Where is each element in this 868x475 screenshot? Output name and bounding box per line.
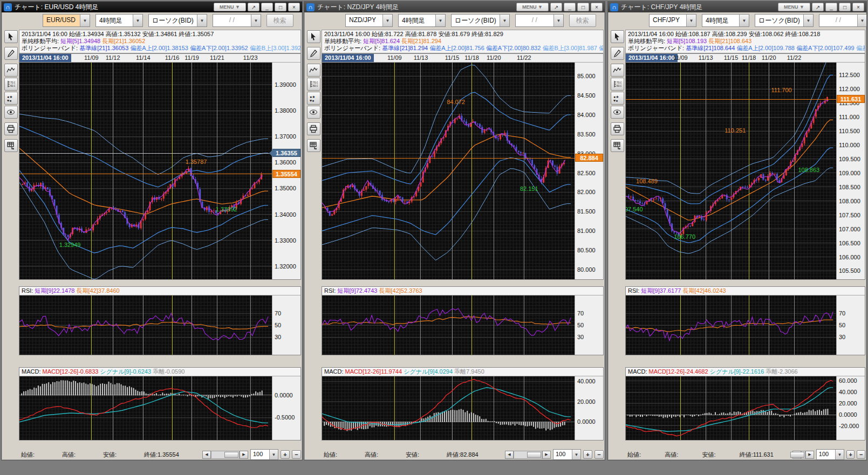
scroll-thumb[interactable] xyxy=(790,452,804,458)
menu-button[interactable]: MENU ▼ xyxy=(516,3,549,11)
price-plot[interactable]: 111.700110.251108.489108.863107.540106.7… xyxy=(626,63,836,279)
timeframe-select[interactable]: 4時間足 ▼ xyxy=(702,14,749,27)
horizontal-scrollbar[interactable]: ◀ ▶ xyxy=(202,451,248,459)
draw-tool-button[interactable] xyxy=(611,47,624,60)
window-body: 70.060.0 ●★♥● 2013/11/04 16:00 始値:81.722… xyxy=(304,29,605,460)
grid-save-icon[interactable] xyxy=(611,139,624,152)
minimize-button[interactable]: _ xyxy=(825,3,837,11)
price-type-select[interactable]: ローソク(BID) ▼ xyxy=(755,14,814,27)
scroll-track[interactable] xyxy=(211,451,240,459)
price-type-select[interactable]: ローソク(BID) ▼ xyxy=(451,14,510,27)
close-button[interactable]: × xyxy=(591,3,603,11)
timeframe-select[interactable]: 4時間足 ▼ xyxy=(398,14,446,27)
timeframe-select[interactable]: 4時間足 ▼ xyxy=(95,14,143,27)
tool-rail: 70.060.0 ●★♥● xyxy=(609,30,625,460)
scroll-thumb[interactable] xyxy=(527,452,541,458)
date-input[interactable]: / / ▼ xyxy=(819,14,867,27)
search-button[interactable]: 検索 xyxy=(266,14,293,27)
price-plot[interactable]: 1.357871.339921.32949 xyxy=(19,63,272,279)
maximize-button[interactable]: □ xyxy=(577,3,589,11)
pair-select[interactable]: CHF/JPY ▼ xyxy=(649,14,696,27)
date-input[interactable]: / / ▼ xyxy=(213,14,261,27)
draw-tool-button[interactable] xyxy=(307,47,320,60)
marks-tool-button[interactable]: ●★♥● xyxy=(4,92,18,105)
scale-tool-button[interactable]: 70.060.0 xyxy=(307,78,320,91)
titlebar[interactable]: ∩ チャート: NZD/JPY 4時間足 MENU ▼ ↗ _ □ × xyxy=(304,2,605,12)
eye-icon[interactable] xyxy=(307,106,320,119)
price-plot[interactable]: 84.07282.151 xyxy=(322,63,575,279)
scale-tool-button[interactable]: 70.060.0 xyxy=(4,78,18,91)
chevron-down-icon: ▼ xyxy=(269,450,278,459)
menu-button[interactable]: MENU ▼ xyxy=(778,3,810,11)
menu-button[interactable]: MENU ▼ xyxy=(214,3,246,11)
zoom-in-button[interactable]: + xyxy=(281,450,290,459)
scroll-left-button[interactable]: ◀ xyxy=(202,451,211,459)
marks-tool-button[interactable]: ●★♥● xyxy=(307,92,320,105)
bottom-bar: 始値: 高値: 安値: 終値:82.884 ◀ ▶ 100 ▼ xyxy=(322,449,604,460)
text-segment: 偏差A下[2.00]80.832 xyxy=(486,45,543,51)
close-button[interactable]: × xyxy=(288,3,300,11)
zoom-in-button[interactable]: + xyxy=(583,450,592,459)
price-axis: 1.390001.380001.370001.360001.350001.340… xyxy=(272,63,300,279)
zoom-out-button[interactable]: − xyxy=(292,450,301,459)
cursor-tool-button[interactable] xyxy=(307,30,320,43)
macd-plot[interactable] xyxy=(322,376,575,440)
cursor-tool-button[interactable] xyxy=(4,30,18,43)
eye-icon[interactable] xyxy=(611,106,624,119)
titlebar[interactable]: ∩ チャート: EUR/USD 4時間足 MENU ▼ ↗ _ □ × xyxy=(2,2,302,12)
scroll-right-button[interactable]: ▶ xyxy=(240,451,248,459)
line-chart-icon[interactable] xyxy=(307,64,320,77)
date-cursor: 2013/11/04 16:00 xyxy=(19,54,71,62)
grid-save-icon[interactable] xyxy=(4,139,18,152)
scroll-thumb[interactable] xyxy=(224,452,238,458)
pin-button[interactable]: ↗ xyxy=(248,3,259,11)
bar-count-select[interactable]: 100 ▼ xyxy=(250,449,278,460)
scroll-right-button[interactable]: ▶ xyxy=(542,451,551,459)
bar-count-select[interactable]: 100 ▼ xyxy=(553,449,581,460)
grid-save-icon[interactable] xyxy=(307,139,320,152)
pin-button[interactable]: ↗ xyxy=(812,3,824,11)
price-type-select[interactable]: ローソク(BID) ▼ xyxy=(148,14,207,27)
scale-tool-button[interactable]: 70.060.0 xyxy=(611,78,624,91)
minimize-button[interactable]: _ xyxy=(564,3,576,11)
search-button[interactable]: 検索 xyxy=(569,14,596,27)
zoom-out-button[interactable]: − xyxy=(594,450,604,459)
draw-tool-button[interactable] xyxy=(4,47,18,60)
zoom-in-button[interactable]: + xyxy=(846,450,855,459)
eye-icon[interactable] xyxy=(4,106,18,119)
line-chart-icon[interactable] xyxy=(611,64,624,77)
printer-icon[interactable] xyxy=(611,122,624,135)
minimize-button[interactable]: _ xyxy=(261,3,273,11)
date-input[interactable]: / / ▼ xyxy=(515,14,564,27)
rsi-plot[interactable] xyxy=(19,295,272,355)
scroll-track[interactable] xyxy=(514,451,542,459)
maximize-button[interactable]: □ xyxy=(839,3,851,11)
horizontal-scrollbar[interactable]: ◀ ▶ xyxy=(505,451,551,459)
price-type-value: ローソク(BID) xyxy=(755,15,803,26)
zoom-out-button[interactable]: − xyxy=(857,450,865,459)
macd-plot[interactable] xyxy=(626,376,836,440)
price-badge: 1.36355 xyxy=(272,149,300,157)
horizontal-scrollbar[interactable]: ◀ ▶ xyxy=(792,451,814,459)
rsi-plot[interactable] xyxy=(626,295,836,355)
bar-count-select[interactable]: 100 ▼ xyxy=(816,449,844,460)
scroll-right-button[interactable]: ▶ xyxy=(805,451,814,459)
high-label: 高値: xyxy=(665,451,700,459)
text-segment: 2013/11/04 16:00 始値:1.34934 高値:1.35132 安… xyxy=(22,31,214,37)
close-button[interactable]: × xyxy=(852,3,864,11)
printer-icon[interactable] xyxy=(307,122,320,135)
pin-button[interactable]: ↗ xyxy=(550,3,562,11)
marks-tool-button[interactable]: ●★♥● xyxy=(611,92,624,105)
scroll-track[interactable] xyxy=(801,451,805,459)
line-chart-icon[interactable] xyxy=(4,64,18,77)
printer-icon[interactable] xyxy=(4,122,18,135)
text-segment: 基準線[21]81.294 xyxy=(382,45,429,51)
titlebar[interactable]: ∩ チャート: CHF/JPY 4時間足 MENU ▼ ↗ _ □ × xyxy=(608,2,866,12)
macd-plot[interactable] xyxy=(19,376,272,440)
rsi-plot[interactable] xyxy=(322,295,575,355)
maximize-button[interactable]: □ xyxy=(275,3,286,11)
cursor-tool-button[interactable] xyxy=(611,30,624,43)
pair-select[interactable]: NZD/JPY ▼ xyxy=(345,14,393,27)
pair-select[interactable]: EUR/USD ▼ xyxy=(43,14,90,27)
scroll-left-button[interactable]: ◀ xyxy=(505,451,514,459)
